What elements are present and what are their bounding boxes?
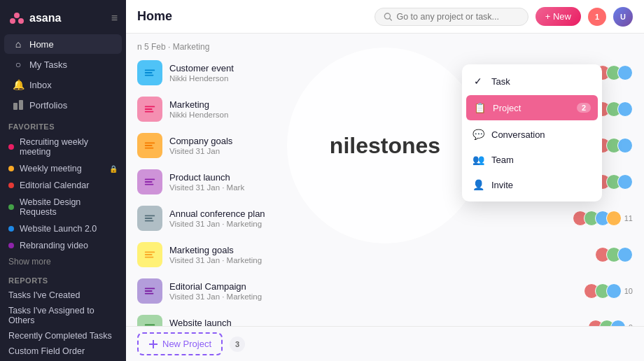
avatar <box>617 174 633 190</box>
dropdown-item-conversation[interactable]: 💬 Conversation <box>462 122 602 147</box>
avatar-count: 9 <box>629 323 633 326</box>
favorites-label: Favorites <box>0 115 126 134</box>
logo-text: asana <box>29 12 61 24</box>
fav-label: Website Launch 2.0 <box>20 224 97 234</box>
avatar <box>617 247 633 262</box>
fav-label: Recruiting weekly meeting <box>20 137 118 157</box>
sidebar-item-home[interactable]: ⌂ Home <box>4 34 122 54</box>
project-info: Website launch Visited 30 Jan · Marketin… <box>169 318 588 326</box>
dropdown-item-project[interactable]: 📋 Project 2 <box>466 95 598 120</box>
project-icon <box>137 60 162 85</box>
top-label: n 5 Feb · Marketing <box>126 39 644 55</box>
notification-badge[interactable]: 1 <box>588 8 606 26</box>
user-avatar[interactable]: U <box>613 7 633 27</box>
project-name: Website launch <box>169 318 588 326</box>
plus-icon <box>148 339 158 349</box>
project-info: Marketing goals Visited 31 Jan · Marketi… <box>169 245 595 264</box>
svg-point-5 <box>384 13 390 19</box>
project-type-icon <box>144 212 156 225</box>
fav-item-weekly[interactable]: Weekly meeting 🔒 <box>0 160 126 177</box>
svg-rect-13 <box>145 143 155 144</box>
search-input[interactable] <box>396 12 519 22</box>
fav-dot <box>8 243 14 248</box>
project-type-icon <box>144 66 156 79</box>
svg-rect-10 <box>145 106 155 108</box>
dropdown-item-label: Task <box>491 76 510 87</box>
dropdown-item-team[interactable]: 👥 Team <box>462 147 602 172</box>
project-sub: Visited 31 Jan · Marketing <box>169 256 595 264</box>
sidebar-item-inbox[interactable]: 🔔 Inbox <box>4 75 122 94</box>
svg-rect-3 <box>13 103 18 110</box>
hamburger-icon[interactable]: ≡ <box>111 12 118 24</box>
avatar <box>617 101 633 117</box>
svg-rect-8 <box>145 72 153 73</box>
report-custom-field[interactable]: Custom Field Order <box>0 344 126 359</box>
dropdown-menu: ✓ Task 📋 Project 2 💬 Conversation 👥 Team… <box>462 64 602 201</box>
svg-point-1 <box>10 18 15 24</box>
project-row[interactable]: Website launch Visited 30 Jan · Marketin… <box>126 309 644 326</box>
project-icon: 📋 <box>473 101 486 114</box>
sidebar-item-label: Portfolios <box>29 100 67 111</box>
svg-rect-28 <box>145 325 155 326</box>
fav-dot <box>8 144 14 150</box>
dropdown-item-invite[interactable]: 👤 Invite <box>462 172 602 197</box>
svg-rect-16 <box>145 179 155 180</box>
search-bar[interactable] <box>374 8 528 26</box>
svg-rect-23 <box>145 254 153 255</box>
sidebar-item-label: My Tasks <box>29 59 67 70</box>
svg-rect-22 <box>145 252 155 253</box>
svg-rect-26 <box>145 290 153 292</box>
dropdown-item-task[interactable]: ✓ Task <box>462 69 602 94</box>
avatar <box>610 320 626 326</box>
sidebar-item-my-tasks[interactable]: ○ My Tasks <box>4 55 122 74</box>
svg-rect-27 <box>145 293 154 295</box>
project-icon <box>137 97 162 122</box>
project-avatars: 11 <box>573 211 633 226</box>
report-recently-completed[interactable]: Recently Completed Tasks <box>0 328 126 344</box>
project-sub: Visited 31 Jan · Marketing <box>169 292 584 301</box>
fav-item-rebranding[interactable]: Rebranding video <box>0 237 126 254</box>
sidebar-item-portfolios[interactable]: Portfolios <box>4 95 122 115</box>
svg-rect-17 <box>145 181 153 183</box>
logo-area: asana <box>8 10 61 27</box>
svg-rect-25 <box>145 288 155 290</box>
svg-rect-21 <box>145 220 154 222</box>
project-info: Editorial Campaign Visited 31 Jan · Mark… <box>169 281 584 301</box>
bottom-bar: New Project 3 <box>126 326 644 361</box>
project-icon <box>137 133 162 158</box>
fav-dot <box>8 166 14 171</box>
fav-item-recruiting[interactable]: Recruiting weekly meeting <box>0 134 126 160</box>
team-icon: 👥 <box>472 153 484 166</box>
lock-icon: 🔒 <box>109 165 118 173</box>
project-row[interactable]: Marketing goals Visited 31 Jan · Marketi… <box>126 236 644 273</box>
svg-rect-18 <box>145 184 154 185</box>
project-row[interactable]: Annual conference plan Visited 31 Jan · … <box>126 200 644 236</box>
show-more[interactable]: Show more <box>0 254 126 269</box>
svg-rect-11 <box>145 108 153 110</box>
circle-icon: ○ <box>13 59 24 70</box>
svg-rect-15 <box>145 148 154 149</box>
project-icon <box>137 242 162 267</box>
header: Home + New 1 U <box>126 0 644 34</box>
count-badge: 3 <box>230 337 245 352</box>
fav-item-editorial[interactable]: Editorial Calendar <box>0 177 126 194</box>
report-tasks-assigned[interactable]: Tasks I've Assigned to Others <box>0 303 126 328</box>
avatar-stack <box>588 320 626 326</box>
project-type-icon <box>144 176 156 188</box>
new-button[interactable]: + New <box>536 7 581 26</box>
project-icon <box>137 278 162 304</box>
new-project-button[interactable]: New Project <box>137 332 223 355</box>
svg-line-6 <box>389 18 391 20</box>
project-name: Editorial Campaign <box>169 281 584 292</box>
fav-label: Website Design Requests <box>20 197 118 217</box>
dropdown-item-label: Team <box>491 155 514 165</box>
project-row[interactable]: Editorial Campaign Visited 31 Jan · Mark… <box>126 273 644 309</box>
report-tasks-created[interactable]: Tasks I've Created <box>0 288 126 303</box>
sidebar-item-label: Inbox <box>29 80 52 90</box>
project-icon <box>137 315 162 326</box>
fav-item-website-launch[interactable]: Website Launch 2.0 <box>0 220 126 237</box>
avatar <box>617 65 633 80</box>
fav-item-website-design[interactable]: Website Design Requests <box>0 194 126 220</box>
avatar-stack <box>573 211 622 226</box>
portfolios-icon <box>13 99 24 111</box>
